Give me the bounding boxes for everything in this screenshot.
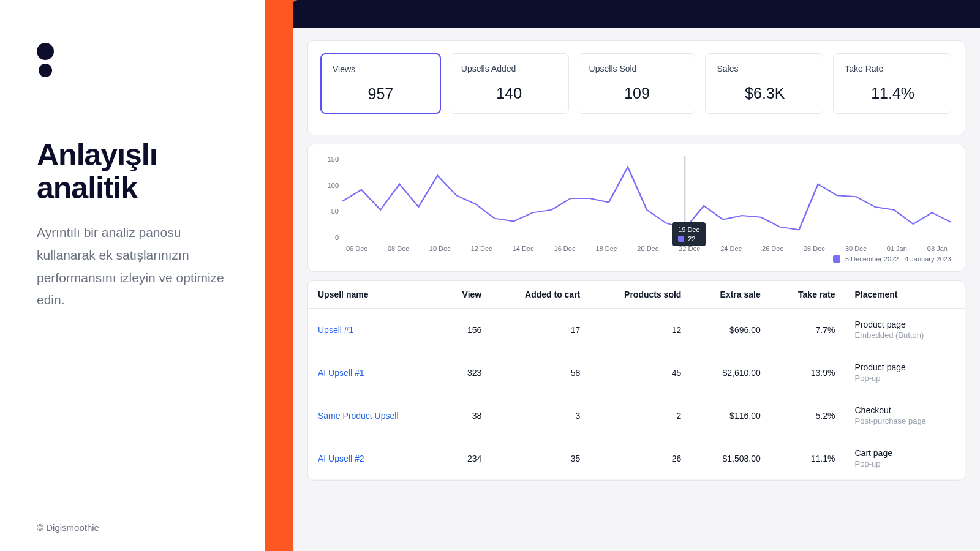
upsell-link[interactable]: AI Upsell #2: [308, 437, 440, 480]
table-header[interactable]: Added to cart: [491, 281, 590, 309]
page-subtext: Ayrıntılı bir analiz panosu kullanarak e…: [37, 222, 230, 312]
page-heading: Anlayışlı analitik: [37, 138, 230, 204]
table-header[interactable]: Upsell name: [308, 281, 440, 309]
upsell-table: Upsell nameViewAdded to cartProducts sol…: [307, 280, 965, 481]
cell-extra: $696.00: [691, 309, 770, 351]
left-panel: Anlayışlı analitik Ayrıntılı bir analiz …: [0, 0, 265, 551]
x-axis: 06 Dec08 Dec10 Dec12 Dec14 Dec16 Dec18 D…: [342, 245, 951, 252]
right-panel: Views957Upsells Added140Upsells Sold109S…: [265, 0, 980, 551]
cell-added: 35: [491, 437, 590, 480]
y-axis: 150100500: [322, 156, 339, 241]
table-body: Upsell #11561712$696.007.7%Product pageE…: [308, 309, 965, 480]
cell-placement: Product pagePop-up: [845, 351, 965, 394]
metric-card-sales[interactable]: Sales$6.3K: [705, 53, 824, 114]
metrics-row: Views957Upsells Added140Upsells Sold109S…: [320, 53, 952, 114]
title-bar: [293, 0, 980, 28]
cell-sold: 12: [590, 309, 691, 351]
cell-sold: 26: [590, 437, 691, 480]
cell-sold: 45: [590, 351, 691, 394]
cell-rate: 13.9%: [771, 351, 845, 394]
table-row: AI Upsell #13235845$2,610.0013.9%Product…: [308, 351, 965, 394]
cell-view: 38: [440, 394, 491, 437]
upsell-link[interactable]: Upsell #1: [308, 309, 440, 351]
copyright: © Digismoothie: [37, 522, 230, 533]
cell-added: 58: [491, 351, 590, 394]
metric-label: Upsells Sold: [589, 64, 685, 73]
table-row: Same Product Upsell3832$116.005.2%Checko…: [308, 394, 965, 437]
cell-sold: 2: [590, 394, 691, 437]
table-header[interactable]: Extra sale: [691, 281, 770, 309]
chart-legend: 5 December 2022 - 4 January 2023: [322, 255, 951, 263]
app-window: Views957Upsells Added140Upsells Sold109S…: [293, 0, 980, 551]
chart-tooltip: 19 Dec 22: [672, 222, 706, 246]
cell-view: 234: [440, 437, 491, 480]
cell-placement: CheckoutPost-purchase page: [845, 394, 965, 437]
table-header[interactable]: View: [440, 281, 491, 309]
metric-card-take-rate[interactable]: Take Rate11.4%: [833, 53, 952, 114]
cell-added: 3: [491, 394, 590, 437]
table-row: AI Upsell #22343526$1,508.0011.1%Cart pa…: [308, 437, 965, 480]
logo-icon: [37, 43, 230, 77]
metric-label: Upsells Added: [461, 64, 557, 73]
table-header[interactable]: Products sold: [590, 281, 691, 309]
table-header[interactable]: Take rate: [771, 281, 845, 309]
cell-added: 17: [491, 309, 590, 351]
cell-placement: Cart pagePop-up: [845, 437, 965, 480]
table-header[interactable]: Placement: [845, 281, 965, 309]
cell-view: 156: [440, 309, 491, 351]
cell-view: 323: [440, 351, 491, 394]
metric-value: $6.3K: [717, 84, 813, 102]
metric-value: 11.4%: [845, 84, 941, 102]
table-header-row: Upsell nameViewAdded to cartProducts sol…: [308, 281, 965, 309]
metric-value: 109: [589, 84, 685, 102]
table-row: Upsell #11561712$696.007.7%Product pageE…: [308, 309, 965, 351]
chart-card: 150100500 19 Dec 22 06 Dec08 Dec10 Dec12…: [307, 144, 965, 272]
metric-label: Take Rate: [845, 64, 941, 73]
metric-label: Sales: [717, 64, 813, 73]
cell-rate: 7.7%: [771, 309, 845, 351]
cell-placement: Product pageEmbedded (Button): [845, 309, 965, 351]
cell-extra: $2,610.00: [691, 351, 770, 394]
metric-value: 140: [461, 84, 557, 102]
metric-card-views[interactable]: Views957: [320, 53, 441, 114]
cell-extra: $116.00: [691, 394, 770, 437]
cell-extra: $1,508.00: [691, 437, 770, 480]
metric-card-upsells-sold[interactable]: Upsells Sold109: [578, 53, 697, 114]
upsell-link[interactable]: AI Upsell #1: [308, 351, 440, 394]
upsell-link[interactable]: Same Product Upsell: [308, 394, 440, 437]
cell-rate: 5.2%: [771, 394, 845, 437]
line-chart[interactable]: [342, 156, 951, 241]
metric-value: 957: [333, 85, 429, 103]
metric-label: Views: [333, 64, 429, 74]
metric-card-upsells-added[interactable]: Upsells Added140: [450, 53, 569, 114]
cell-rate: 11.1%: [771, 437, 845, 480]
